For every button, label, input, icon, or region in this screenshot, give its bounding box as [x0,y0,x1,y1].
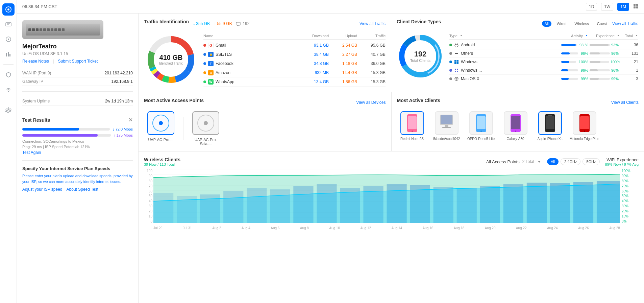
filter-tab-all[interactable]: All [542,21,551,27]
about-speed-test-link[interactable]: About Speed Test [67,187,99,192]
client-img-2 [435,111,459,135]
right-y-label: 40% [622,199,639,203]
client-card-2[interactable]: iMacdeAsual1042 [431,111,462,141]
y-label-0: 0 [144,219,152,223]
client-card-4[interactable]: Galaxy-A30 [500,111,531,141]
time-btn-1w[interactable]: 1W [601,3,613,11]
sidebar-icon-dashboard[interactable] [2,33,15,45]
clients-view-link[interactable]: View all Clients [611,100,639,105]
clients-grid: Redmi-Note-9S [397,111,639,141]
right-y-label: 10% [622,214,639,218]
freq-tab-all[interactable]: All [547,158,559,165]
test-results-header: Test Results ✕ [22,117,133,123]
sidebar-icon-wifi[interactable] [2,84,15,96]
traffic-table: Name Download Upload Traffic G Gmai [203,32,386,87]
client-label-6: Motorola Edge Plus [570,137,599,141]
test-again-button[interactable]: Test Again [22,150,133,155]
svg-rect-74 [546,116,554,129]
svg-marker-36 [460,35,462,36]
client-activity: 96% [561,51,588,55]
right-y-label: 30% [622,204,639,208]
ap-divider [183,117,183,140]
activity-pct: 99% [581,77,588,81]
right-y-label: 60% [622,189,639,193]
wifi-experience: WiFi Experience 89% Now / 97% Avg [605,157,639,166]
support-ticket-link[interactable]: Submit Support Ticket [58,59,98,64]
filter-tab-wireless[interactable]: Wireless [572,21,592,27]
client-card-6[interactable]: Motorola Edge Plus [569,111,600,141]
y-label-40: 40 [144,199,152,203]
client-types-panel: Client Device Types All Wired Wireless G… [391,14,644,92]
device-model: UniFi OS UDM SE 3.1.15 [22,51,133,56]
ap-card-2[interactable]: UAP-AC-Pro-Sala-... [189,111,223,146]
svg-rect-77 [580,116,589,129]
adjust-isp-link[interactable]: Adjust your ISP speed [22,187,63,192]
traffic-view-link[interactable]: View all Traffic [360,21,386,26]
filter-tab-wired[interactable]: Wired [554,21,569,27]
traffic-header: Traffic Identification ↓ 355 GB ↑ 55.9 G… [144,19,386,28]
ap-card-1[interactable]: UAP-AC-Pro-... [144,111,178,146]
ap-view-link[interactable]: View all Devices [356,100,386,105]
sidebar-icon-devices[interactable] [2,18,15,30]
time-btn-1d[interactable]: 1D [586,3,597,11]
traffic-dl: 93.1 GB [302,43,329,48]
client-img-1 [400,111,424,135]
experience-pct: 93% [611,43,619,47]
ap-selector-chevron[interactable] [537,159,542,164]
sidebar-icon-settings[interactable] [2,104,15,116]
svg-point-1 [7,8,9,10]
client-card-3[interactable]: OPPO-Reno5-Lite [466,111,496,141]
client-label-3: OPPO-Reno5-Lite [467,137,495,141]
client-card-5[interactable]: Apple iPhone Xs [535,111,565,141]
ap-grid: UAP-AC-Pro-... UAP-AC-Pro-Sala-... [144,111,386,146]
clients-panel-header: Most Active Clients View all Clients [397,98,639,107]
release-notes-link[interactable]: Release Notes [22,59,49,64]
sidebar-icon-logo[interactable] [2,3,15,16]
middle-row: Most Active Access Points View all Devic… [139,92,644,152]
client-img-3 [469,111,493,135]
svg-point-71 [515,131,516,132]
wan-ip-row: WAN IP (Port 9) 201.163.42.210 [22,69,133,77]
y-label-10: 10 [144,214,152,218]
filter-tab-guest[interactable]: Guest [594,21,610,27]
upload-arrow: ↑ [114,133,117,137]
svg-point-10 [8,91,9,92]
client-table-row: Windows ... 96% 96% 1 [449,66,638,75]
app-name: G Gmail [203,43,300,48]
client-type-windows: Windows [449,60,560,64]
x-label: Aug 2 [212,226,221,230]
right-y-label: 70% [622,184,639,188]
client-label-4: Galaxy-A30 [506,137,524,141]
grid-view-icon[interactable] [633,3,639,10]
right-y-label: 20% [622,209,639,213]
col-upload: Upload [330,34,357,38]
x-label: Aug 24 [547,226,558,230]
client-img-4 [504,111,527,135]
svg-rect-55 [457,71,458,72]
sidebar-icon-shield[interactable] [2,69,15,81]
client-type-macos: Mac OS X [449,76,560,81]
svg-rect-15 [636,6,638,8]
svg-rect-50 [454,62,456,64]
sidebar-icon-stats[interactable] [2,48,15,60]
ssl-icon: 🔒 [208,52,214,57]
svg-rect-65 [442,127,451,128]
freq-tabs: All 2.4GHz 5GHz [547,158,600,165]
client-types-title: Client Device Types [397,19,441,24]
test-results-close[interactable]: ✕ [128,117,133,123]
svg-rect-53 [457,69,458,70]
freq-tab-24[interactable]: 2.4GHz [561,158,580,165]
freq-tab-5[interactable]: 5GHz [583,158,599,165]
svg-rect-13 [636,4,638,6]
app-name: a Amazon [203,70,300,75]
client-col-total: Total [621,34,638,38]
traffic-ul: 1.86 GB [330,79,357,84]
top-row: Traffic Identification ↓ 355 GB ↑ 55.9 G… [139,14,644,92]
table-row: a Amazon 932 MB 14.4 GB 15.3 GB [203,68,386,77]
traffic-dl: 13.4 GB [302,79,329,84]
ap-icon-center-1 [159,121,163,125]
chart-title: Wireless Clients [144,157,180,162]
client-types-view-link[interactable]: View all Traffic [612,21,638,26]
time-btn-1m[interactable]: 1M [617,3,629,11]
client-card-1[interactable]: Redmi-Note-9S [397,111,427,141]
